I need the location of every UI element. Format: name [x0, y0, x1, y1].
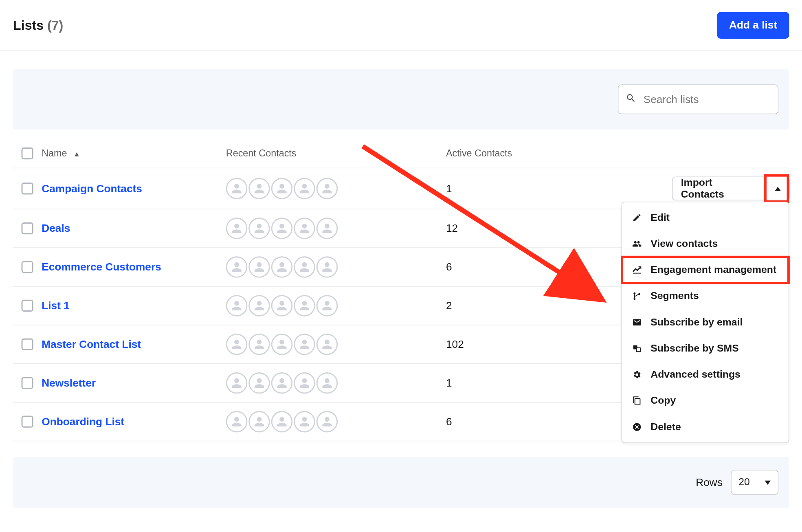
- list-name-link[interactable]: Campaign Contacts: [42, 182, 142, 194]
- chevron-up-icon: [775, 187, 781, 191]
- avatar-placeholder-icon: [248, 411, 270, 433]
- users-icon: [632, 238, 642, 249]
- list-name-link[interactable]: Onboarding List: [42, 415, 124, 427]
- sms-icon: [632, 343, 642, 354]
- dropdown-item-copy[interactable]: Copy: [622, 388, 789, 414]
- delete-icon: [632, 422, 642, 432]
- avatar-placeholder-icon: [316, 372, 338, 394]
- active-contacts-count: 1: [446, 377, 452, 389]
- gear-icon: [632, 369, 642, 380]
- avatar-placeholder-icon: [248, 256, 270, 278]
- recent-contacts-avatars: [226, 334, 446, 355]
- copy-icon: [632, 396, 642, 406]
- recent-contacts-avatars: [226, 218, 446, 239]
- row-checkbox[interactable]: [22, 222, 33, 234]
- chart-icon: [632, 265, 642, 275]
- dropdown-item-label: Advanced settings: [650, 369, 740, 380]
- page-title: Lists (7): [13, 18, 63, 33]
- dropdown-item-view-contacts[interactable]: View contacts: [622, 231, 789, 257]
- avatar-placeholder-icon: [316, 295, 338, 317]
- dropdown-item-label: Segments: [650, 290, 699, 302]
- chevron-down-icon: [765, 480, 771, 484]
- column-active-contacts[interactable]: Active Contacts: [446, 148, 672, 159]
- active-contacts-count: 6: [446, 415, 452, 427]
- row-checkbox[interactable]: [22, 182, 33, 194]
- dropdown-item-segments[interactable]: Segments: [622, 283, 789, 309]
- avatar-placeholder-icon: [294, 295, 315, 317]
- page-title-text: Lists: [13, 18, 44, 33]
- search-icon: [626, 93, 642, 106]
- dropdown-item-advanced-settings[interactable]: Advanced settings: [622, 362, 789, 388]
- list-count: (7): [47, 18, 63, 33]
- row-checkbox[interactable]: [22, 261, 33, 273]
- row-checkbox[interactable]: [22, 300, 33, 312]
- column-recent-contacts[interactable]: Recent Contacts: [226, 148, 446, 159]
- dropdown-item-label: Subscribe by email: [650, 317, 743, 328]
- dropdown-item-label: Copy: [650, 395, 676, 407]
- recent-contacts-avatars: [226, 256, 446, 278]
- avatar-placeholder-icon: [226, 218, 248, 239]
- avatar-placeholder-icon: [316, 334, 338, 355]
- dropdown-item-label: Delete: [650, 421, 681, 433]
- avatar-placeholder-icon: [271, 256, 293, 278]
- dropdown-item-subscribe-by-email[interactable]: Subscribe by email: [622, 309, 789, 335]
- avatar-placeholder-icon: [271, 218, 293, 239]
- recent-contacts-avatars: [226, 372, 446, 394]
- dropdown-item-label: Edit: [650, 212, 670, 224]
- row-actions-dropdown-toggle[interactable]: [766, 177, 789, 200]
- dropdown-item-subscribe-by-sms[interactable]: Subscribe by SMS: [622, 335, 789, 361]
- avatar-placeholder-icon: [294, 334, 315, 355]
- avatar-placeholder-icon: [271, 334, 293, 355]
- column-name[interactable]: Name ▲: [42, 148, 226, 159]
- list-name-link[interactable]: Master Contact List: [42, 338, 141, 350]
- row-checkbox[interactable]: [22, 339, 33, 350]
- list-name-link[interactable]: Newsletter: [42, 377, 96, 389]
- recent-contacts-avatars: [226, 295, 446, 317]
- list-name-link[interactable]: Ecommerce Customers: [42, 261, 161, 273]
- avatar-placeholder-icon: [294, 411, 315, 433]
- avatar-placeholder-icon: [316, 218, 338, 239]
- avatar-placeholder-icon: [248, 218, 270, 239]
- active-contacts-count: 102: [446, 338, 464, 350]
- avatar-placeholder-icon: [294, 218, 315, 239]
- select-all-checkbox[interactable]: [22, 147, 33, 159]
- active-contacts-count: 2: [446, 299, 452, 311]
- dropdown-item-engagement-management[interactable]: Engagement management: [622, 257, 789, 283]
- import-contacts-button[interactable]: Import Contacts: [672, 177, 766, 200]
- row-actions-dropdown: EditView contactsEngagement managementSe…: [622, 202, 789, 443]
- list-name-link[interactable]: List 1: [42, 299, 70, 311]
- dropdown-item-edit[interactable]: Edit: [622, 204, 789, 231]
- avatar-placeholder-icon: [226, 372, 248, 394]
- svg-point-2: [633, 298, 635, 300]
- list-name-link[interactable]: Deals: [42, 222, 70, 234]
- pencil-icon: [632, 212, 642, 223]
- dropdown-item-label: Engagement management: [650, 264, 776, 276]
- add-list-button[interactable]: Add a list: [717, 12, 789, 39]
- avatar-placeholder-icon: [271, 372, 293, 394]
- avatar-placeholder-icon: [294, 178, 315, 200]
- search-wrap[interactable]: [618, 84, 778, 114]
- svg-rect-0: [633, 273, 641, 274]
- lists-table: Name ▲ Recent Contacts Active Contacts C…: [13, 141, 789, 441]
- row-checkbox[interactable]: [22, 377, 33, 389]
- import-contacts-split-button: Import Contacts: [672, 177, 790, 200]
- svg-rect-5: [637, 348, 641, 352]
- row-checkbox[interactable]: [22, 416, 33, 428]
- avatar-placeholder-icon: [316, 178, 338, 200]
- mail-icon: [632, 317, 642, 328]
- branch-icon: [632, 291, 642, 301]
- sort-ascending-icon: ▲: [73, 150, 80, 158]
- search-input[interactable]: [642, 92, 771, 106]
- avatar-placeholder-icon: [248, 372, 270, 394]
- dropdown-item-label: Subscribe by SMS: [650, 343, 739, 354]
- rows-value: 20: [738, 476, 750, 488]
- svg-point-1: [633, 292, 635, 295]
- dropdown-item-delete[interactable]: Delete: [622, 414, 789, 440]
- avatar-placeholder-icon: [294, 372, 315, 394]
- active-contacts-count: 6: [446, 261, 452, 273]
- rows-per-page-select[interactable]: 20: [731, 470, 778, 495]
- avatar-placeholder-icon: [248, 295, 270, 317]
- avatar-placeholder-icon: [226, 256, 248, 278]
- active-contacts-count: 12: [446, 222, 458, 234]
- avatar-placeholder-icon: [226, 295, 248, 317]
